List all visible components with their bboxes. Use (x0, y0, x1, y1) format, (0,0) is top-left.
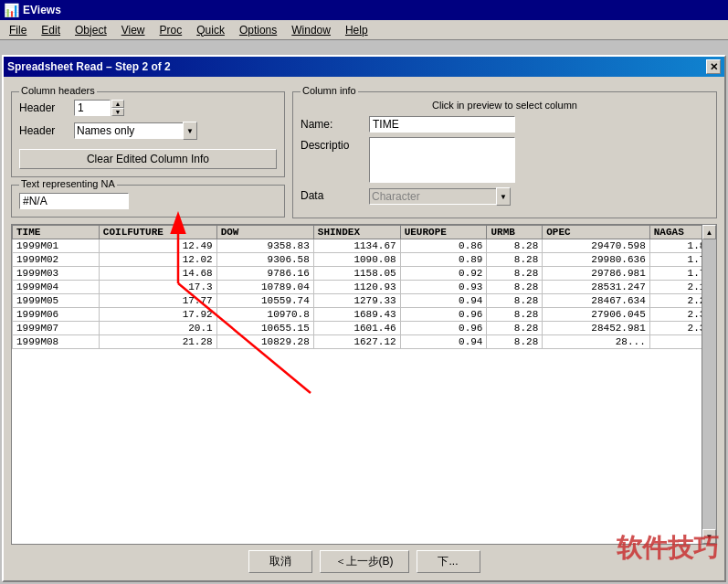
right-panel: Column info Click in preview to select c… (292, 84, 717, 218)
spinner-down[interactable]: ▼ (111, 108, 124, 116)
header2-select[interactable]: Names only Names and descriptions (74, 122, 184, 139)
menu-proc[interactable]: Proc (153, 22, 190, 38)
menu-object[interactable]: Object (68, 22, 114, 38)
bottom-buttons: 取消 ＜上一步(B) 下... (11, 550, 717, 573)
menu-file[interactable]: File (2, 22, 34, 38)
spinner-up[interactable]: ▲ (111, 100, 124, 108)
data-table: TIME COILFUTURE DOW SHINDEX UEUROPE URMB… (12, 225, 716, 349)
table-scroll[interactable]: TIME COILFUTURE DOW SHINDEX UEUROPE URMB… (12, 225, 716, 408)
close-button[interactable]: ✕ (706, 59, 721, 74)
menu-options[interactable]: Options (232, 22, 284, 38)
spinner-buttons: ▲ ▼ (111, 100, 124, 116)
col-header-ueurope[interactable]: UEUROPE (400, 226, 487, 239)
scroll-track[interactable] (702, 239, 716, 529)
col-header-opec[interactable]: OPEC (543, 226, 650, 239)
table-row[interactable]: 1999M0417.310789.041120.930.938.2828531.… (13, 281, 716, 294)
header2-select-arrow[interactable]: ▼ (183, 122, 197, 140)
header-spinner: ▲ ▼ (74, 100, 124, 116)
dialog-window: Spreadsheet Read – Step 2 of 2 ✕ Column … (2, 55, 726, 582)
header1-input[interactable] (74, 100, 111, 116)
table-scrollbar[interactable]: ▲ ▼ (702, 225, 716, 544)
app-icon: 📊 (4, 3, 19, 17)
left-panel: Column headers Header ▲ ▼ Header (11, 84, 285, 218)
header2-label: Header (19, 124, 74, 137)
menu-quick[interactable]: Quick (189, 22, 232, 38)
dialog-titlebar: Spreadsheet Read – Step 2 of 2 ✕ (4, 57, 724, 77)
col-data-label: Data (301, 187, 369, 202)
dialog-title: Spreadsheet Read – Step 2 of 2 (7, 60, 171, 73)
col-header-urmb[interactable]: URMB (487, 226, 543, 239)
col-header-coilfuture[interactable]: COILFUTURE (99, 226, 216, 239)
col-desc-label: Descriptio (301, 137, 369, 152)
clear-edited-column-btn[interactable]: Clear Edited Column Info (19, 149, 277, 169)
menu-view[interactable]: View (114, 22, 153, 38)
back-button[interactable]: ＜上一步(B) (320, 550, 409, 573)
text-na-group: Text representing NA (11, 185, 285, 218)
column-info-label: Column info (301, 85, 358, 96)
data-select-wrapper: Character Numeric Date ▼ (369, 187, 511, 206)
table-row[interactable]: 1999M0821.2810829.281627.120.948.2828... (13, 335, 716, 349)
data-table-wrapper: TIME COILFUTURE DOW SHINDEX UEUROPE URMB… (11, 224, 717, 545)
scroll-up-btn[interactable]: ▲ (702, 225, 716, 239)
column-headers-group: Column headers Header ▲ ▼ Header (11, 91, 285, 177)
header2-select-wrapper: Names only Names and descriptions ▼ (74, 122, 197, 140)
app-titlebar: 📊 EViews (0, 0, 728, 20)
cancel-button[interactable]: 取消 (248, 550, 312, 573)
col-name-input[interactable] (369, 116, 515, 133)
col-name-label: Name: (301, 116, 369, 131)
text-na-input[interactable] (19, 193, 129, 209)
col-desc-textarea[interactable] (369, 137, 515, 183)
table-row[interactable]: 1999M0617.9210970.81689.430.968.2827906.… (13, 308, 716, 322)
table-row[interactable]: 1999M0314.689786.161158.050.928.2829786.… (13, 267, 716, 281)
table-row[interactable]: 1999M0720.110655.151601.460.968.2828452.… (13, 322, 716, 335)
column-headers-label: Column headers (19, 85, 97, 96)
text-na-label: Text representing NA (19, 178, 117, 189)
menubar: File Edit Object View Proc Quick Options… (0, 20, 728, 40)
col-info-hint: Click in preview to select column (301, 100, 709, 111)
col-header-shindex[interactable]: SHINDEX (313, 226, 400, 239)
table-row[interactable]: 1999M0517.7710559.741279.330.948.2828467… (13, 294, 716, 308)
menu-window[interactable]: Window (284, 22, 338, 38)
table-row[interactable]: 1999M0112.499358.831134.670.868.2829470.… (13, 239, 716, 253)
data-type-arrow[interactable]: ▼ (496, 187, 511, 206)
scroll-down-btn[interactable]: ▼ (702, 529, 716, 544)
app-title: EViews (23, 4, 61, 16)
col-header-time[interactable]: TIME (13, 226, 100, 239)
table-row[interactable]: 1999M0212.029306.581090.080.898.2829980.… (13, 253, 716, 267)
next-button[interactable]: 下... (417, 550, 480, 573)
header1-label: Header (19, 101, 74, 114)
menu-edit[interactable]: Edit (34, 22, 68, 38)
col-header-dow[interactable]: DOW (216, 226, 313, 239)
data-type-select[interactable]: Character Numeric Date (369, 188, 497, 205)
menu-help[interactable]: Help (338, 22, 375, 38)
column-info-group: Column info Click in preview to select c… (292, 91, 717, 218)
